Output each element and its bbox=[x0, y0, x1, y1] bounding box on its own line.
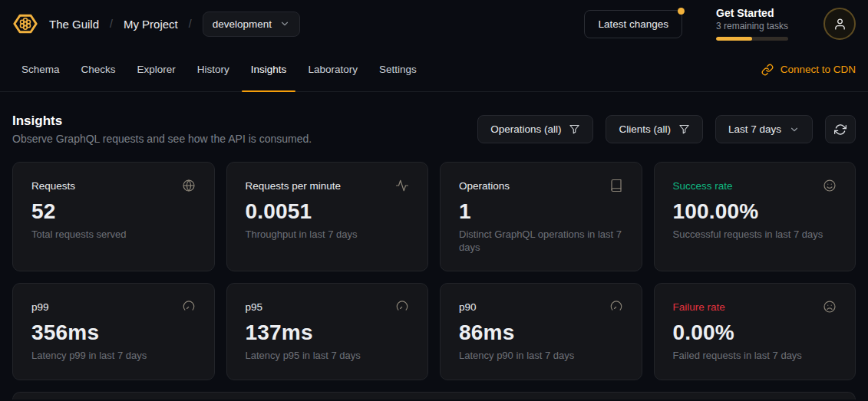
tab-explorer[interactable]: Explorer bbox=[128, 48, 185, 91]
stat-card-description: Latency p95 in last 7 days bbox=[246, 350, 410, 363]
stat-card-p95: p95 137ms Latency p95 in last 7 days bbox=[226, 283, 429, 380]
next-section-card-edge bbox=[12, 392, 856, 399]
stat-card-title: Requests bbox=[31, 180, 75, 192]
smile-icon bbox=[823, 179, 837, 192]
stat-cards-grid: Requests 52 Total requests served Reques… bbox=[12, 162, 856, 380]
connect-to-cdn-label: Connect to CDN bbox=[781, 64, 856, 75]
breadcrumb-project[interactable]: My Project bbox=[124, 18, 178, 31]
stat-card-requests-per-minute: Requests per minute 0.0051 Throughput in… bbox=[226, 162, 429, 271]
tab-settings[interactable]: Settings bbox=[370, 48, 426, 91]
stat-card-value: 137ms bbox=[246, 320, 410, 345]
breadcrumb-org[interactable]: The Guild bbox=[49, 18, 99, 31]
stat-card-description: Distinct GraphQL operations in last 7 da… bbox=[459, 228, 623, 255]
stat-card-value: 1 bbox=[459, 199, 623, 224]
user-avatar[interactable] bbox=[823, 8, 856, 40]
stat-card-success-rate: Success rate 100.00% Successful requests… bbox=[654, 162, 856, 271]
connect-to-cdn-link[interactable]: Connect to CDN bbox=[761, 48, 856, 91]
nav-tabs: Schema Checks Explorer History Insights … bbox=[12, 48, 426, 91]
insights-header: Insights Observe GraphQL requests and se… bbox=[12, 113, 856, 145]
nav-tab-bar: Schema Checks Explorer History Insights … bbox=[0, 48, 868, 92]
hive-logo-icon[interactable] bbox=[12, 11, 38, 37]
tab-laboratory[interactable]: Laboratory bbox=[299, 48, 367, 91]
breadcrumb: The Guild / My Project / development bbox=[49, 12, 300, 37]
refresh-button[interactable] bbox=[825, 115, 856, 143]
stat-card-title: p90 bbox=[459, 301, 477, 313]
stat-card-title: Success rate bbox=[673, 180, 733, 192]
person-icon bbox=[833, 18, 847, 31]
stat-card-title: Failure rate bbox=[673, 301, 725, 313]
stat-card-title: Requests per minute bbox=[246, 180, 342, 192]
stat-card-operations: Operations 1 Distinct GraphQL operations… bbox=[440, 162, 642, 271]
book-icon bbox=[609, 179, 623, 192]
stat-card-description: Failed requests in last 7 days bbox=[673, 350, 837, 363]
latest-changes-label: Latest changes bbox=[598, 18, 668, 30]
get-started-widget[interactable]: Get Started 3 remaining tasks bbox=[716, 7, 790, 41]
stat-card-description: Throughput in last 7 days bbox=[246, 228, 410, 242]
period-selector-label: Last 7 days bbox=[728, 123, 781, 135]
stat-card-value: 0.0051 bbox=[246, 199, 410, 224]
filter-toolbar: Operations (all) Clients (all) Last 7 da… bbox=[477, 115, 856, 143]
globe-icon bbox=[182, 179, 196, 192]
gauge-icon bbox=[395, 300, 409, 314]
breadcrumb-separator: / bbox=[189, 18, 192, 30]
stat-card-value: 100.00% bbox=[673, 199, 837, 224]
frown-icon bbox=[823, 300, 837, 314]
stat-card-title: Operations bbox=[459, 180, 510, 192]
stat-card-requests: Requests 52 Total requests served bbox=[12, 162, 215, 271]
top-bar: The Guild / My Project / development Lat… bbox=[0, 0, 868, 48]
get-started-progress-fill bbox=[716, 37, 752, 41]
stat-card-title: p99 bbox=[31, 301, 49, 313]
stat-card-value: 356ms bbox=[31, 320, 196, 345]
filter-icon bbox=[569, 123, 580, 135]
stat-card-description: Latency p99 in last 7 days bbox=[31, 350, 196, 363]
top-bar-right: Latest changes Get Started 3 remaining t… bbox=[584, 7, 856, 41]
breadcrumb-separator: / bbox=[110, 18, 113, 30]
environment-selector-value: development bbox=[213, 18, 272, 30]
operations-filter-label: Operations (all) bbox=[490, 123, 561, 135]
insights-page: Insights Observe GraphQL requests and se… bbox=[0, 92, 868, 399]
stat-card-description: Latency p90 in last 7 days bbox=[459, 350, 623, 363]
stat-card-title: p95 bbox=[246, 301, 263, 313]
get-started-remaining-tasks: 3 remaining tasks bbox=[716, 21, 790, 31]
period-selector-button[interactable]: Last 7 days bbox=[715, 115, 813, 143]
tab-history[interactable]: History bbox=[188, 48, 239, 91]
chevron-down-icon bbox=[279, 18, 290, 29]
stat-card-value: 0.00% bbox=[673, 320, 837, 345]
stat-card-description: Total requests served bbox=[31, 228, 196, 242]
notification-dot bbox=[678, 8, 685, 15]
latest-changes-button[interactable]: Latest changes bbox=[584, 10, 682, 38]
stat-card-p90: p90 86ms Latency p90 in last 7 days bbox=[440, 283, 642, 380]
stat-card-value: 86ms bbox=[459, 320, 623, 345]
stat-card-p99: p99 356ms Latency p99 in last 7 days bbox=[12, 283, 215, 380]
gauge-icon bbox=[182, 300, 196, 314]
refresh-icon bbox=[834, 123, 847, 136]
stat-card-value: 52 bbox=[31, 199, 196, 224]
get-started-title: Get Started bbox=[716, 7, 790, 19]
page-title: Insights bbox=[12, 113, 312, 129]
activity-icon bbox=[395, 179, 409, 192]
page-subtitle: Observe GraphQL requests and see how the… bbox=[12, 133, 312, 145]
stat-card-description: Successful requests in last 7 days bbox=[673, 228, 837, 242]
chevron-down-icon bbox=[789, 124, 800, 135]
tab-schema[interactable]: Schema bbox=[12, 48, 69, 91]
tab-insights[interactable]: Insights bbox=[242, 48, 296, 91]
get-started-progress-bar bbox=[716, 37, 788, 41]
stat-card-failure-rate: Failure rate 0.00% Failed requests in la… bbox=[654, 283, 856, 380]
filter-icon bbox=[678, 123, 690, 135]
link-icon bbox=[761, 64, 774, 76]
clients-filter-label: Clients (all) bbox=[619, 123, 671, 135]
clients-filter-button[interactable]: Clients (all) bbox=[606, 115, 703, 143]
tab-checks[interactable]: Checks bbox=[72, 48, 125, 91]
environment-selector[interactable]: development bbox=[203, 12, 300, 37]
operations-filter-button[interactable]: Operations (all) bbox=[477, 115, 593, 143]
gauge-icon bbox=[609, 300, 623, 314]
